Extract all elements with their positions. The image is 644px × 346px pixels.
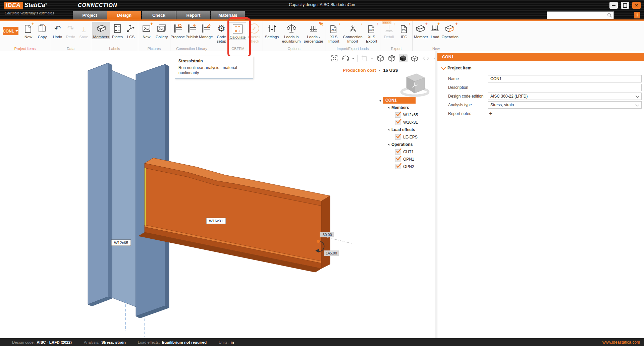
- add-note-button[interactable]: +: [489, 110, 492, 117]
- calculate-button[interactable]: + −× ÷ Calculate: [229, 22, 246, 40]
- 3d-viewport[interactable]: W12x65 W16x31 -30.00 145.00: [0, 51, 435, 338]
- view-wireframe-button[interactable]: [376, 54, 385, 62]
- copy-project-item-button[interactable]: Copy: [36, 22, 49, 39]
- loads-percentage-button[interactable]: % Loads - percentage: [303, 22, 324, 43]
- description-field[interactable]: [488, 84, 642, 91]
- tree-group-members[interactable]: Members: [388, 104, 435, 111]
- view-solid-button[interactable]: [399, 54, 408, 62]
- new-member-button[interactable]: + Member: [414, 22, 428, 39]
- undo-button[interactable]: ↶ Undo: [51, 22, 64, 39]
- close-button[interactable]: ✕: [632, 2, 641, 9]
- expander-icon[interactable]: [388, 144, 389, 146]
- checkbox-checked-icon[interactable]: [395, 164, 400, 169]
- tree-item-le-eps[interactable]: LE-EPS: [395, 133, 435, 141]
- tab-design[interactable]: Design: [107, 11, 141, 19]
- section-project-item[interactable]: Project item: [441, 66, 472, 70]
- checkbox-checked-icon[interactable]: [395, 149, 400, 155]
- save-button[interactable]: ↓ Save: [77, 22, 90, 39]
- rotate-options-chevron-icon[interactable]: [352, 58, 355, 59]
- maximize-button[interactable]: [621, 2, 629, 9]
- tab-report[interactable]: Report: [176, 11, 210, 19]
- xls-import-icon: XLS ↓: [326, 22, 341, 35]
- design-code-edition-select[interactable]: AISC 360-22 (LRFD): [488, 93, 642, 100]
- group-label-import-export-loads: Import/Export loads: [325, 47, 380, 51]
- view-cut-button[interactable]: [410, 54, 419, 62]
- tree-item-opn2[interactable]: OPN2: [395, 163, 435, 170]
- connection-search-icon: [170, 22, 185, 35]
- status-analysis: Analysis: Stress, strain: [84, 340, 126, 344]
- publish-button[interactable]: Publish: [185, 22, 198, 39]
- weld-line: [145, 168, 146, 226]
- tree-group-operations[interactable]: Operations: [388, 141, 435, 148]
- fit-view-button[interactable]: [330, 54, 339, 62]
- 3d-scene[interactable]: W12x65 W16x31 -30.00 145.00: [0, 51, 435, 338]
- load-value-label-2[interactable]: 145.00: [324, 250, 339, 256]
- tree-item-opn1[interactable]: OPN1: [395, 156, 435, 163]
- info-button[interactable]: i: [634, 12, 640, 18]
- search-input[interactable]: [547, 12, 607, 18]
- crop-options-chevron-icon[interactable]: [371, 58, 373, 59]
- detail-export-button[interactable]: BETA ↑ Detail: [382, 22, 396, 39]
- loads-in-equilibrium-button[interactable]: Loads in equilibrium: [280, 22, 302, 43]
- ifc-icon: IFC ↑: [397, 22, 411, 35]
- connection-upload-icon: [185, 22, 198, 35]
- ifc-export-button[interactable]: IFC ↑ IFC: [397, 22, 411, 39]
- checkbox-checked-icon[interactable]: [395, 134, 400, 140]
- expander-icon[interactable]: [388, 129, 389, 131]
- new-project-item-button[interactable]: + New: [22, 22, 35, 39]
- tab-materials[interactable]: Materials: [211, 11, 245, 19]
- column-label[interactable]: W12x65: [111, 240, 131, 246]
- rotate-view-button[interactable]: [341, 54, 350, 62]
- new-picture-button[interactable]: + New: [139, 22, 154, 39]
- group-label-export: Export: [380, 47, 412, 51]
- gallery-button[interactable]: Gallery: [155, 22, 169, 39]
- navigation-cube[interactable]: [397, 70, 434, 100]
- settings-button[interactable]: Settings: [264, 22, 280, 39]
- project-item-selector[interactable]: CON1: [3, 27, 18, 35]
- tree-group-load-effects[interactable]: Load effects: [388, 126, 435, 133]
- analysis-type-select[interactable]: Stress, strain: [488, 101, 642, 109]
- redo-button[interactable]: ↷ Redo: [64, 22, 77, 39]
- svg-text:145.00: 145.00: [326, 251, 337, 255]
- connection-import-button[interactable]: ↓ Connection Import: [342, 22, 364, 43]
- xls-export-button[interactable]: XLS ↑ XLS Export: [364, 22, 379, 43]
- code-setup-button[interactable]: ⚙ Code setup: [214, 22, 228, 43]
- members-labels-button[interactable]: Members: [92, 22, 110, 39]
- section-crop-button[interactable]: [360, 54, 369, 62]
- shaded-cube-icon: [388, 55, 396, 62]
- lcs-labels-button[interactable]: LCS: [125, 22, 137, 39]
- new-load-button[interactable]: + Load: [429, 22, 441, 39]
- tree-item-cut1[interactable]: CUT1: [395, 148, 435, 156]
- overall-check-button[interactable]: ✓ Overall check: [247, 22, 262, 43]
- new-operation-button[interactable]: + Operation: [441, 22, 459, 39]
- checkbox-checked-icon[interactable]: [395, 120, 400, 125]
- undo-icon: ↶: [51, 22, 64, 35]
- mirror-view-button[interactable]: [422, 54, 430, 62]
- toolbar-separator: [357, 55, 358, 62]
- ribbon-tabs: Project Design Check Report Materials: [73, 11, 245, 19]
- svg-text:W12x65: W12x65: [114, 241, 128, 245]
- xls-import-button[interactable]: XLS ↓ XLS Import: [326, 22, 341, 43]
- manage-button[interactable]: Manage: [199, 22, 213, 39]
- expander-icon[interactable]: [388, 107, 389, 109]
- tree-item-w12x65[interactable]: W12x65: [395, 111, 435, 119]
- propose-button[interactable]: Propose: [170, 22, 185, 39]
- tree-item-w16x31[interactable]: W16x31: [395, 119, 435, 126]
- home-icon: [433, 55, 435, 62]
- tab-check[interactable]: Check: [142, 11, 176, 19]
- name-field[interactable]: CON1: [488, 75, 642, 82]
- expander-icon[interactable]: [379, 100, 381, 102]
- tab-project[interactable]: Project: [73, 11, 107, 19]
- beam-label[interactable]: W16x31: [206, 218, 226, 224]
- tree-node-con1[interactable]: CON1: [379, 97, 435, 104]
- search-box[interactable]: [547, 11, 614, 19]
- checkbox-checked-icon[interactable]: [395, 157, 400, 162]
- plates-labels-button[interactable]: Plates: [111, 22, 124, 39]
- view-shaded-wire-button[interactable]: [387, 54, 396, 62]
- checkbox-checked-icon[interactable]: [395, 112, 400, 118]
- load-value-label-1[interactable]: -30.00: [320, 232, 334, 237]
- website-link[interactable]: www.ideastatica.com: [602, 340, 640, 345]
- minimize-button[interactable]: [609, 2, 618, 9]
- home-view-button[interactable]: [433, 54, 435, 62]
- loads-percent-icon: %: [303, 22, 324, 35]
